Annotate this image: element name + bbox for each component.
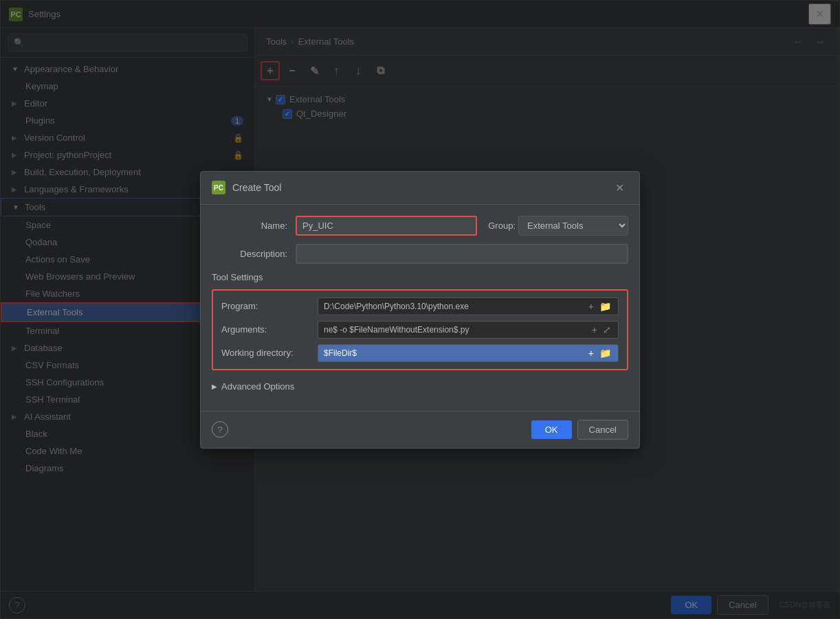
description-row: Description:	[255, 244, 628, 264]
dialog-ok-button[interactable]: OK	[531, 420, 572, 439]
working-dir-add-btn[interactable]: +	[587, 348, 595, 359]
advanced-options-section: ▶ Advanced Options	[255, 379, 628, 394]
content-area: ▼ Appearance & Behavior Keymap ▶ Editor …	[1, 28, 839, 591]
dialog-title: Create Tool	[255, 182, 281, 193]
program-add-btn[interactable]: +	[587, 301, 595, 312]
description-input[interactable]	[296, 244, 628, 264]
program-input-wrapper: D:\Code\Python\Python3.10\python.exe + 📁	[318, 297, 619, 315]
working-dir-label: Working directory:	[255, 348, 318, 358]
group-select[interactable]: External Tools	[518, 216, 628, 236]
program-actions: + 📁	[587, 301, 612, 312]
program-folder-btn[interactable]: 📁	[598, 301, 612, 312]
settings-window: PC Settings ✕ ▼ Appearance & Behavior Ke…	[0, 0, 840, 619]
advanced-toggle[interactable]: ▶ Advanced Options	[255, 379, 628, 394]
dialog-overlay: PC Create Tool ✕ Name: Group:	[255, 28, 839, 591]
tool-settings-section: Tool Settings Program: D:\Code\Python\Py…	[255, 272, 628, 370]
program-label: Program:	[255, 301, 318, 311]
settings-box: Program: D:\Code\Python\Python3.10\pytho…	[255, 289, 628, 370]
working-dir-value: $FileDir$	[324, 348, 583, 358]
name-label: Name:	[255, 221, 287, 231]
program-row: Program: D:\Code\Python\Python3.10\pytho…	[255, 297, 619, 315]
arguments-expand-btn[interactable]: ⤢	[601, 324, 612, 335]
name-group-row: Name: Group: External Tools	[255, 216, 628, 236]
dialog-header: PC Create Tool ✕	[255, 172, 639, 205]
working-dir-input-wrapper: $FileDir$ + 📁	[318, 344, 619, 362]
description-label: Description:	[255, 249, 287, 259]
working-dir-folder-btn[interactable]: 📁	[598, 348, 612, 359]
advanced-label: Advanced Options	[255, 381, 294, 392]
name-input[interactable]	[296, 216, 477, 236]
group-label: Group:	[488, 221, 516, 231]
arguments-label: Arguments:	[255, 324, 318, 335]
arguments-row: Arguments: ne$ -o $FileNameWithoutExtens…	[255, 321, 619, 339]
arguments-value: ne$ -o $FileNameWithoutExtension$.py	[324, 325, 586, 335]
dialog-close-button[interactable]: ✕	[611, 180, 628, 196]
arguments-add-btn[interactable]: +	[590, 324, 599, 335]
program-value: D:\Code\Python\Python3.10\python.exe	[324, 302, 583, 311]
arguments-input-wrapper: ne$ -o $FileNameWithoutExtension$.py + ⤢	[318, 321, 619, 339]
working-dir-row: Working directory: $FileDir$ + 📁	[255, 344, 619, 362]
main-panel: Tools › External Tools ← → + − ✎ ↑ ↓ ⧉	[255, 28, 839, 591]
create-tool-dialog: PC Create Tool ✕ Name: Group:	[255, 171, 640, 449]
dialog-cancel-button[interactable]: Cancel	[577, 420, 628, 440]
dialog-body: Name: Group: External Tools Description:	[255, 205, 639, 411]
dialog-footer: ? OK Cancel	[255, 411, 639, 448]
arguments-actions: + ⤢	[590, 324, 612, 335]
tool-settings-title: Tool Settings	[255, 272, 628, 282]
working-dir-actions: + 📁	[587, 348, 612, 359]
